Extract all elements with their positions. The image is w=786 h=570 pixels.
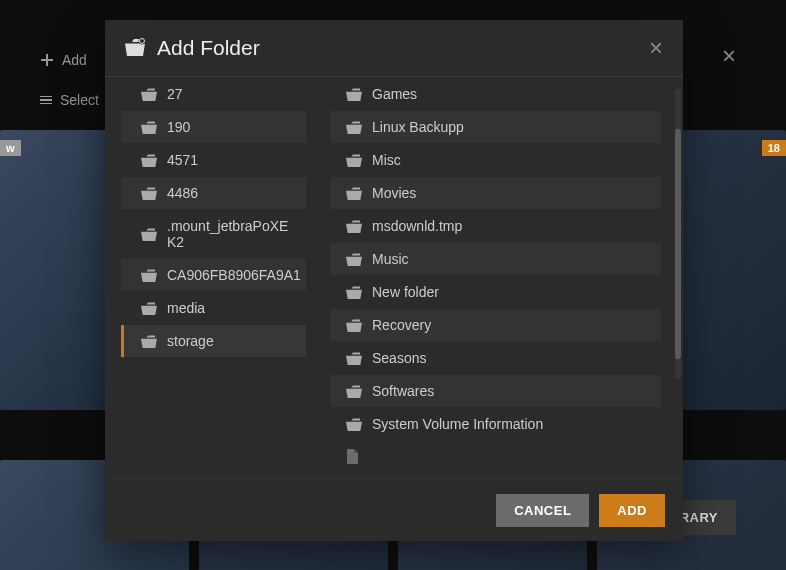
folder-item[interactable]: 4486 (121, 177, 306, 209)
folder-label: Linux Backupp (372, 119, 464, 135)
folder-item[interactable]: New folder (330, 276, 661, 308)
folder-label: 4571 (167, 152, 198, 168)
folder-item[interactable]: 27 (121, 78, 306, 110)
folder-label: CA906FB8906FA9A1 (167, 267, 301, 283)
folder-label: media (167, 300, 205, 316)
add-button[interactable]: ADD (599, 494, 665, 527)
folder-label: Softwares (372, 383, 434, 399)
folder-item[interactable]: Seasons (330, 342, 661, 374)
folder-label: Music (372, 251, 409, 267)
folder-label: System Volume Information (372, 416, 543, 432)
bg-add-item: Add (40, 40, 99, 80)
folder-label: 27 (167, 86, 183, 102)
folder-label: msdownld.tmp (372, 218, 462, 234)
folder-item[interactable]: Recovery (330, 309, 661, 341)
folder-item[interactable]: Movies (330, 177, 661, 209)
bg-badge: w (0, 140, 21, 156)
close-icon[interactable]: × (649, 36, 663, 60)
folder-item[interactable]: Music (330, 243, 661, 275)
scrollbar-thumb[interactable] (675, 129, 681, 359)
folder-add-icon (125, 38, 147, 58)
folder-item[interactable]: msdownld.tmp (330, 210, 661, 242)
folder-label: 4486 (167, 185, 198, 201)
folder-item[interactable]: 4571 (121, 144, 306, 176)
folder-item[interactable]: media (121, 292, 306, 324)
modal-header: Add Folder × (105, 20, 683, 77)
folder-item[interactable]: CA906FB8906FA9A1 (121, 259, 306, 291)
bg-select-label: Select (60, 92, 99, 108)
scrollbar[interactable] (675, 89, 681, 379)
modal-title: Add Folder (157, 36, 260, 60)
folder-label: .mount_jetbraPoXEK2 (167, 218, 292, 250)
folder-label: 190 (167, 119, 190, 135)
folder-item[interactable]: Misc (330, 144, 661, 176)
cancel-button[interactable]: CANCEL (496, 494, 589, 527)
modal-footer: CANCEL ADD (105, 479, 683, 541)
folder-label: Seasons (372, 350, 426, 366)
folder-item[interactable]: Games (330, 78, 661, 110)
add-folder-modal: Add Folder × 2719045714486.mount_jetbraP… (105, 20, 683, 541)
bg-select-item: Select (40, 80, 99, 120)
folder-label: Games (372, 86, 417, 102)
folder-tree-right: GamesLinux BackuppMiscMoviesmsdownld.tmp… (320, 77, 683, 479)
folder-item[interactable]: Linux Backupp (330, 111, 661, 143)
folder-label: New folder (372, 284, 439, 300)
folder-label: Movies (372, 185, 416, 201)
bg-badge: 18 (762, 140, 786, 156)
bg-add-label: Add (62, 52, 87, 68)
folder-item[interactable]: Softwares (330, 375, 661, 407)
modal-title-wrap: Add Folder (125, 36, 260, 60)
folder-tree-left: 2719045714486.mount_jetbraPoXEK2CA906FB8… (105, 77, 320, 479)
folder-item[interactable]: 190 (121, 111, 306, 143)
folder-label: Recovery (372, 317, 431, 333)
folder-item[interactable]: System Volume Information (330, 408, 661, 440)
file-item[interactable] (330, 441, 661, 472)
folder-item[interactable]: storage (121, 325, 306, 357)
folder-label: Misc (372, 152, 401, 168)
folder-item[interactable]: .mount_jetbraPoXEK2 (121, 210, 306, 258)
folder-label: storage (167, 333, 214, 349)
modal-body: 2719045714486.mount_jetbraPoXEK2CA906FB8… (105, 77, 683, 479)
outer-close-icon[interactable]: × (722, 42, 736, 70)
